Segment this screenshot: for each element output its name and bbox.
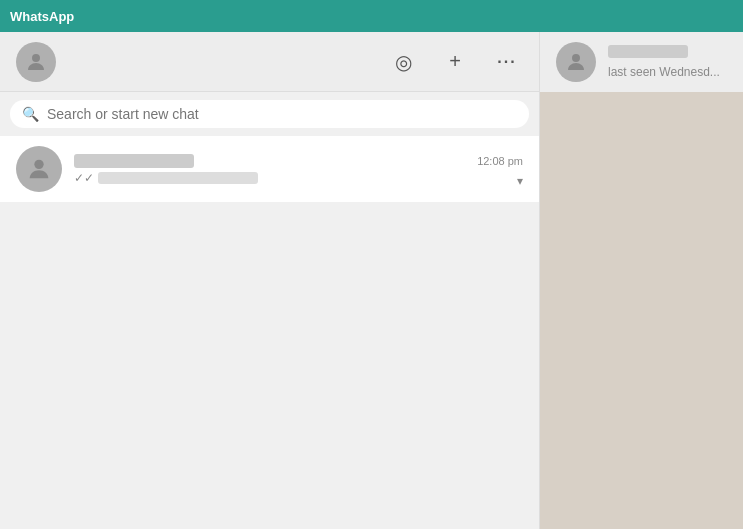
app-title: WhatsApp	[10, 9, 74, 24]
chat-item[interactable]: 12:08 pm ✓✓ ▾	[0, 136, 539, 203]
right-header: last seen Wednesd...	[540, 32, 743, 92]
chat-avatar	[16, 146, 62, 192]
search-icon: 🔍	[22, 106, 39, 122]
title-bar: WhatsApp	[0, 0, 743, 32]
left-panel: ◎ + ··· 🔍	[0, 32, 540, 529]
svg-point-0	[32, 54, 40, 62]
chevron-down-icon: ▾	[517, 174, 523, 188]
contact-status: last seen Wednesd...	[608, 65, 720, 79]
new-chat-btn[interactable]: +	[439, 46, 471, 78]
right-header-info: last seen Wednesd...	[608, 45, 727, 80]
chat-name-blur	[74, 154, 194, 168]
new-chat-icon: +	[449, 50, 461, 73]
header-icons: ◎ + ···	[387, 46, 523, 78]
chat-time: 12:08 pm	[477, 155, 523, 167]
right-panel: last seen Wednesd... Archive chat Mute n…	[540, 32, 743, 529]
chat-msg-row: ✓✓	[74, 171, 523, 185]
chat-name-row: 12:08 pm	[74, 154, 523, 168]
app-container: ◎ + ··· 🔍	[0, 32, 743, 529]
menu-icon: ···	[497, 53, 516, 71]
chat-msg-blur	[98, 172, 258, 184]
svg-point-2	[572, 54, 580, 62]
chat-content: 12:08 pm ✓✓	[74, 154, 523, 185]
status-icon: ◎	[395, 50, 412, 74]
search-input[interactable]	[47, 106, 517, 122]
left-header: ◎ + ···	[0, 32, 539, 92]
svg-point-1	[34, 160, 43, 169]
double-check-icon: ✓✓	[74, 171, 94, 185]
chat-list: 12:08 pm ✓✓ ▾	[0, 136, 539, 529]
contact-name-blur	[608, 45, 688, 58]
menu-btn[interactable]: ···	[491, 46, 523, 78]
wallpaper	[540, 32, 743, 529]
search-bar: 🔍	[10, 100, 529, 128]
user-avatar[interactable]	[16, 42, 56, 82]
right-header-avatar	[556, 42, 596, 82]
status-icon-btn[interactable]: ◎	[387, 46, 419, 78]
